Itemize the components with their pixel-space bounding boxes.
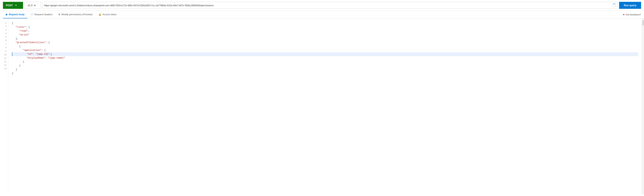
code-line: { xyxy=(12,22,638,25)
tab-request-headers-label: Request headers xyxy=(34,13,52,16)
method-dropdown[interactable]: POST ▾ xyxy=(3,2,23,9)
code-line: "roles" : [ xyxy=(12,25,638,29)
code-line: } xyxy=(12,64,638,68)
line-numbers: 1 2 3 4 5 6 7 8 9 10 11 12 13 14 xyxy=(0,19,8,194)
request-body-icon: ▶ xyxy=(6,13,8,16)
tabs-left: ▶ Request body 📄 Request headers ⊕ Modif… xyxy=(3,11,120,18)
scrollbar-thumb[interactable] xyxy=(642,20,644,26)
feedback-link[interactable]: ♥ Got feedback? xyxy=(623,11,641,18)
scrollbar-area[interactable] xyxy=(642,19,644,194)
heart-icon: ♥ xyxy=(623,13,624,16)
tab-access-token-label: Access token xyxy=(102,13,116,16)
tab-request-body[interactable]: ▶ Request body xyxy=(3,11,28,18)
code-line: ] xyxy=(12,68,638,72)
code-line: "displayName" : "{app-name}" xyxy=(12,56,638,60)
tab-modify-permissions-label: Modify permissions (Preview) xyxy=(62,13,92,16)
method-label: POST xyxy=(6,4,13,7)
code-editor[interactable]: { "roles" : [ "read" , "write" ], "grant… xyxy=(8,19,642,194)
code-line: } xyxy=(12,60,638,64)
version-chevron-icon: ▾ xyxy=(34,4,36,7)
tab-access-token[interactable]: 🔒 Access token xyxy=(96,11,120,18)
code-line: "read" , xyxy=(12,29,638,33)
code-line-highlighted: "id" : "{app-id}" , xyxy=(12,52,638,56)
code-line: "write" xyxy=(12,33,638,37)
request-headers-icon: 📄 xyxy=(30,13,33,16)
tab-request-body-label: Request body xyxy=(9,13,24,16)
tabs-bar: ▶ Request body 📄 Request headers ⊕ Modif… xyxy=(0,11,644,19)
run-query-button[interactable]: Run query xyxy=(619,2,641,9)
modify-permissions-icon: ⊕ xyxy=(58,13,60,16)
loading-spinner xyxy=(612,4,616,7)
code-line: "application" : { xyxy=(12,48,638,52)
version-label: v1.0 xyxy=(28,4,32,7)
code-line: "grantedToIdentities" : [ xyxy=(12,41,638,45)
code-line: { xyxy=(12,45,638,48)
toolbar: POST ▾ v1.0 ▾ Run query xyxy=(0,0,644,11)
code-line: } xyxy=(12,72,638,75)
access-token-icon: 🔒 xyxy=(98,13,101,16)
url-container xyxy=(42,2,618,9)
editor-area: 1 2 3 4 5 6 7 8 9 10 11 12 13 14 { "role… xyxy=(0,19,644,194)
feedback-label: Got feedback? xyxy=(626,13,641,16)
tab-modify-permissions[interactable]: ⊕ Modify permissions (Preview) xyxy=(56,11,96,18)
url-input[interactable] xyxy=(44,4,612,7)
version-dropdown[interactable]: v1.0 ▾ xyxy=(24,2,41,9)
code-line: ], xyxy=(12,37,638,41)
method-chevron-icon: ▾ xyxy=(15,4,16,7)
tab-request-headers[interactable]: 📄 Request headers xyxy=(28,11,56,18)
